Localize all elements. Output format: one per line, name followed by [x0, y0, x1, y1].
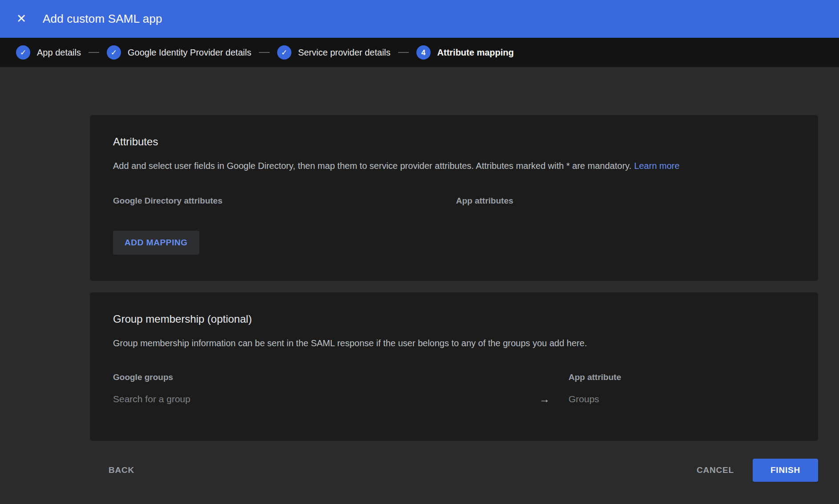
step-connector [89, 52, 99, 53]
main-content: Attributes Add and select user fields in… [0, 67, 839, 482]
footer-actions: BACK CANCEL FINISH [90, 459, 818, 482]
cancel-button[interactable]: CANCEL [689, 459, 742, 481]
attributes-card: Attributes Add and select user fields in… [90, 115, 818, 281]
step-connector [259, 52, 270, 53]
step-number-circle: 4 [416, 45, 431, 60]
group-mapping-row: → [113, 394, 795, 404]
stepper: ✓ App details ✓ Google Identity Provider… [0, 38, 839, 67]
spacer [531, 372, 569, 382]
group-search-input[interactable] [113, 394, 531, 404]
check-icon: ✓ [111, 49, 117, 56]
google-directory-attributes-header: Google Directory attributes [113, 196, 456, 206]
close-icon: ✕ [16, 13, 27, 25]
step-service-provider-details[interactable]: ✓ Service provider details [277, 45, 391, 60]
check-icon: ✓ [20, 49, 26, 56]
step-complete-circle: ✓ [277, 45, 291, 60]
step-label: Google Identity Provider details [128, 48, 251, 58]
app-attribute-header: App attribute [569, 372, 795, 382]
dialog-header: ✕ Add custom SAML app [0, 0, 839, 38]
step-label: Service provider details [298, 48, 391, 58]
app-attribute-input[interactable] [569, 394, 795, 404]
attributes-description-text: Add and select user fields in Google Dir… [113, 161, 631, 171]
check-icon: ✓ [281, 49, 287, 56]
step-number: 4 [421, 49, 425, 56]
attributes-column-headers: Google Directory attributes App attribut… [113, 196, 795, 206]
step-google-idp-details[interactable]: ✓ Google Identity Provider details [107, 45, 251, 60]
group-membership-title: Group membership (optional) [113, 313, 795, 325]
attributes-description: Add and select user fields in Google Dir… [113, 160, 795, 172]
learn-more-link[interactable]: Learn more [634, 161, 679, 171]
back-button[interactable]: BACK [101, 459, 142, 481]
step-app-details[interactable]: ✓ App details [16, 45, 81, 60]
dialog-title: Add custom SAML app [43, 12, 162, 26]
group-column-headers: Google groups App attribute [113, 372, 795, 382]
step-label: App details [37, 48, 81, 58]
group-membership-description: Group membership information can be sent… [113, 337, 795, 349]
step-attribute-mapping[interactable]: 4 Attribute mapping [416, 45, 514, 60]
finish-button[interactable]: FINISH [753, 459, 818, 482]
step-complete-circle: ✓ [16, 45, 30, 60]
google-groups-header: Google groups [113, 372, 531, 382]
app-attributes-header: App attributes [456, 196, 795, 206]
attributes-title: Attributes [113, 136, 795, 148]
step-connector [398, 52, 409, 53]
step-label: Attribute mapping [437, 48, 514, 58]
close-button[interactable]: ✕ [11, 8, 32, 30]
add-mapping-button[interactable]: ADD MAPPING [113, 231, 199, 255]
step-complete-circle: ✓ [107, 45, 121, 60]
arrow-right-icon: → [531, 394, 569, 404]
group-membership-card: Group membership (optional) Group member… [90, 292, 818, 441]
